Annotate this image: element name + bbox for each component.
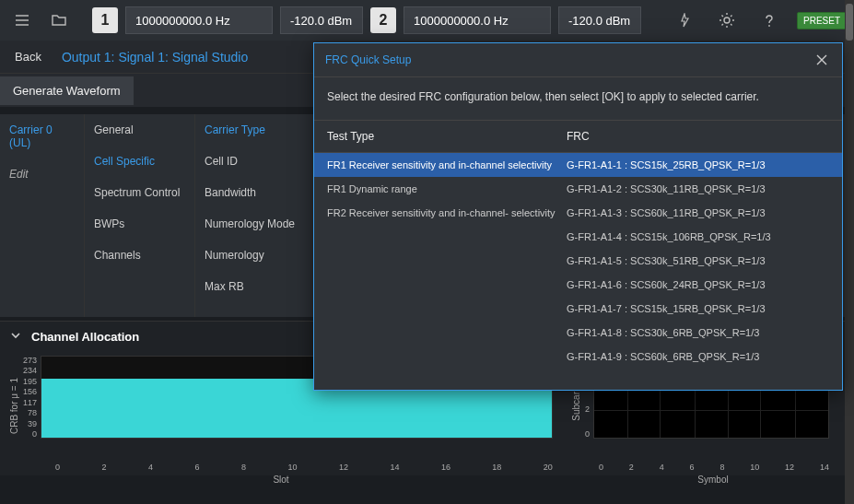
carrier-0-item[interactable]: Carrier 0 (UL) [0,114,84,158]
chart2-ylabel: Subcar [571,392,581,421]
chart1-ylabel: CRB for μ = 1 [9,378,19,434]
frc-row[interactable]: G-FR1-A1-8 : SCS30k_6RB_QPSK_R=1/3 [314,321,842,345]
category-spectrum-control[interactable]: Spectrum Control [85,177,194,208]
dialog-instruction: Select the desired FRC configuration bel… [314,77,842,121]
category-column: General Cell Specific Spectrum Control B… [85,114,195,317]
channel-2-badge[interactable]: 2 [370,7,396,33]
frc-table-header: Test Type FRC [314,121,842,153]
chart1-yaxis: 273 234 195 156 117 78 39 0 [23,356,41,439]
chevron-down-icon [9,329,22,345]
category-channels[interactable]: Channels [85,240,194,271]
channel-1-frequency-field[interactable]: 1000000000.0 Hz [125,6,273,34]
scrollbar[interactable] [845,0,854,504]
prop-bandwidth[interactable]: Bandwidth [195,177,315,208]
frc-row-frc: G-FR1-A1-9 : SCS60k_6RB_QPSK_R=1/3 [567,351,829,362]
frc-table-body: FR1 Receiver sensitivity and in-channel … [314,153,842,369]
close-icon[interactable] [813,51,831,69]
frc-row-frc: G-FR1-A1-8 : SCS30k_6RB_QPSK_R=1/3 [567,327,829,338]
channel-1-power-field[interactable]: -120.0 dBm [280,6,363,34]
col-test-type: Test Type [327,130,567,143]
dialog-header: FRC Quick Setup [314,43,842,77]
frc-row-frc: G-FR1-A1-3 : SCS60k_11RB_QPSK_R=1/3 [567,207,829,218]
prop-numerology[interactable]: Numerology [195,240,315,271]
prop-numerology-mode[interactable]: Numerology Mode [195,208,315,240]
preset-button[interactable]: PRESET [797,12,847,29]
svg-point-0 [724,18,730,23]
channel-2-frequency-field[interactable]: 1000000000.0 Hz [404,6,551,34]
frc-row-frc: G-FR1-A1-6 : SCS60k_24RB_QPSK_R=1/3 [567,279,829,290]
chart2-xaxis: 0 2 4 6 8 10 12 14 [599,463,829,472]
trigger-icon[interactable] [670,6,699,35]
menu-icon[interactable] [7,6,37,35]
col-frc: FRC [567,130,829,143]
dialog-title: FRC Quick Setup [325,53,411,66]
frc-row[interactable]: G-FR1-A1-7 : SCS15k_15RB_QPSK_R=1/3 [314,297,842,321]
breadcrumb[interactable]: Output 1: Signal 1: Signal Studio [62,50,248,64]
chart1-xlabel: Slot [273,475,288,485]
help-icon[interactable] [755,6,784,35]
svg-point-1 [768,25,770,27]
frc-row[interactable]: FR1 Receiver sensitivity and in-channel … [314,153,842,177]
frc-table: Test Type FRC FR1 Receiver sensitivity a… [314,121,842,390]
frc-row[interactable]: FR2 Receiver sensitivity and in-channel-… [314,201,842,225]
frc-row-frc: G-FR1-A1-2 : SCS30k_11RB_QPSK_R=1/3 [567,183,829,194]
category-general[interactable]: General [85,114,194,146]
frc-row-frc: G-FR1-A1-4 : SCS15k_106RB_QPSK_R=1/3 [567,231,829,242]
scrollbar-thumb[interactable] [846,4,853,41]
gear-icon[interactable] [712,6,742,35]
frc-row-frc: G-FR1-A1-1 : SCS15k_25RB_QPSK_R=1/3 [567,159,829,170]
edit-item[interactable]: Edit [0,158,84,190]
frc-row-test-type: FR1 Dynamic range [327,183,567,194]
folder-icon[interactable] [44,6,74,35]
frc-row[interactable]: FR1 Dynamic rangeG-FR1-A1-2 : SCS30k_11R… [314,177,842,201]
generate-waveform-button[interactable]: Generate Waveform [0,76,134,105]
carrier-column: Carrier 0 (UL) Edit [0,114,85,317]
prop-carrier-type[interactable]: Carrier Type [195,114,315,146]
top-toolbar: 1 1000000000.0 Hz -120.0 dBm 2 100000000… [0,0,854,41]
frc-row-test-type: FR1 Receiver sensitivity and in-channel … [327,159,567,170]
chart1-xaxis: 0 2 4 6 8 10 12 14 16 18 20 [55,463,553,472]
channel-1-badge[interactable]: 1 [92,7,118,33]
frc-row-frc: G-FR1-A1-5 : SCS30k_51RB_QPSK_R=1/3 [567,255,829,266]
frc-row-test-type: FR2 Receiver sensitivity and in-channel-… [327,207,567,218]
back-button[interactable]: Back [7,46,49,67]
category-bwps[interactable]: BWPs [85,208,194,240]
channel-allocation-title: Channel Allocation [31,330,139,344]
channel-2-power-field[interactable]: -120.0 dBm [558,6,641,34]
prop-cell-id[interactable]: Cell ID [195,146,315,177]
chart2-xlabel: Symbol [697,475,728,485]
property-column: Carrier Type Cell ID Bandwidth Numerolog… [195,114,315,317]
frc-quick-setup-dialog: FRC Quick Setup Select the desired FRC c… [313,42,843,391]
frc-row[interactable]: G-FR1-A1-6 : SCS60k_24RB_QPSK_R=1/3 [314,273,842,297]
frc-row[interactable]: G-FR1-A1-4 : SCS15k_106RB_QPSK_R=1/3 [314,225,842,249]
frc-row-frc: G-FR1-A1-7 : SCS15k_15RB_QPSK_R=1/3 [567,303,829,314]
frc-row[interactable]: G-FR1-A1-9 : SCS60k_6RB_QPSK_R=1/3 [314,345,842,369]
category-cell-specific[interactable]: Cell Specific [85,146,194,177]
prop-max-rb[interactable]: Max RB [195,271,315,302]
frc-row[interactable]: G-FR1-A1-5 : SCS30k_51RB_QPSK_R=1/3 [314,249,842,273]
